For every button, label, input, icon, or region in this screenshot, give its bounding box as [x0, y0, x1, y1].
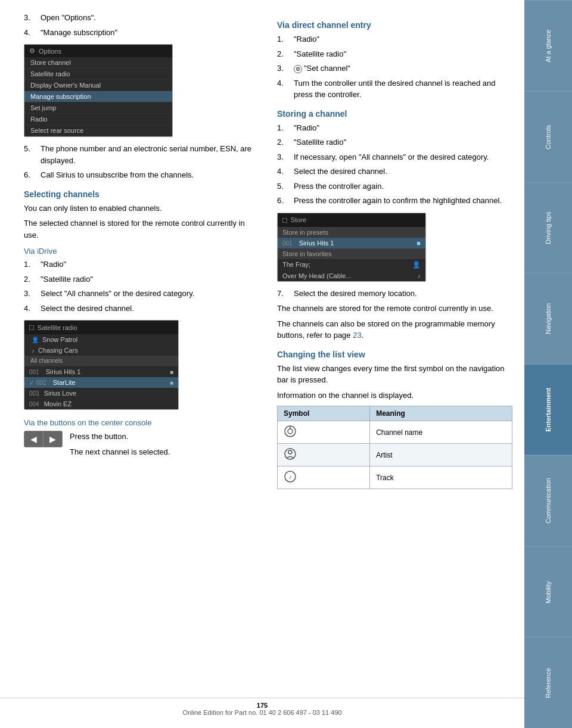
via-buttons-section: ◀ ▶ Press the button. The next channel i… — [24, 431, 259, 461]
meaning-artist: Artist — [370, 444, 512, 466]
satellite-artist-row: 👤 Snow Patrol — [24, 334, 178, 345]
satellite-track-row: ♪ Chasing Cars — [24, 345, 178, 356]
symbol-channel — [278, 421, 370, 444]
storing-channel-steps: 1. "Radio" 2. "Satellite radio" 3. If ne… — [277, 122, 512, 207]
selecting-para1: You can only listen to enabled channels. — [24, 203, 259, 214]
steps-3-4: 3. Open "Options". 4. "Manage subscripti… — [24, 12, 259, 38]
svg-point-1 — [288, 429, 293, 434]
symbol-artist — [278, 444, 370, 466]
idrive-step-1-text: "Radio" — [41, 259, 259, 270]
footer-text: Online Edition for Part no. 01 40 2 606 … — [182, 709, 341, 716]
options-screen: ⚙ Options Store channel Satellite radio … — [24, 44, 173, 137]
meaning-track: Track — [370, 466, 512, 489]
symbol-track: ♪ — [278, 466, 370, 489]
satellite-all-channels: All channels — [24, 356, 178, 366]
sidebar-item-driving-tips[interactable]: Driving tips — [524, 182, 572, 273]
direct-step-2: 2. "Satellite radio" — [277, 48, 512, 60]
store-screen: □ Store Store in presets 001 Sirius Hits… — [277, 213, 426, 282]
direct-step-2-text: "Satellite radio" — [294, 48, 512, 60]
idrive-step-2-num: 2. — [24, 273, 41, 285]
step-6: 6. Call Sirius to unsubscribe from the c… — [24, 169, 259, 181]
artist-icon — [284, 447, 297, 461]
step-4-text: "Manage subscription" — [41, 27, 259, 39]
satellite-ch-002: ✓002 StarLite ■ — [24, 377, 178, 388]
sidebar-item-controls[interactable]: Controls — [524, 91, 572, 182]
changing-list-heading: Changing the list view — [277, 350, 512, 359]
via-direct-heading: Via direct channel entry — [277, 20, 512, 30]
para-memory: The channels can also be stored on the p… — [277, 318, 512, 341]
store-the-fray: The Fray; 👤 — [278, 259, 425, 270]
direct-step-4-text: Turn the controller until the desired ch… — [294, 77, 512, 101]
changing-list-para1: The list view changes every time the fir… — [277, 363, 512, 386]
steps-5-6: 5. The phone number and an electronic se… — [24, 143, 259, 181]
table-row-channel: Channel name — [278, 421, 512, 444]
step-5: 5. The phone number and an electronic se… — [24, 143, 259, 166]
via-idrive-heading: Via iDrive — [24, 247, 259, 256]
table-row-artist: Artist — [278, 444, 512, 466]
store-over-my-head: Over My Head (Cable... ♪ — [278, 270, 425, 281]
selecting-channels-heading: Selecting channels — [24, 189, 259, 199]
step-6-num: 6. — [24, 169, 41, 181]
direct-step-3: 3. ⚙"Set channel" — [277, 63, 512, 74]
satellite-ch-003: 003 Sirius Love — [24, 388, 178, 399]
via-direct-steps: 1. "Radio" 2. "Satellite radio" 3. ⚙"Set… — [277, 33, 512, 101]
direct-step-3-num: 3. — [277, 63, 294, 74]
meaning-channel: Channel name — [370, 421, 512, 444]
sidebar-item-communication[interactable]: Communication — [524, 455, 572, 546]
meaning-col-header: Meaning — [370, 406, 512, 421]
store-step-6: 6. Press the controller again to confirm… — [277, 195, 512, 207]
step-4: 4. "Manage subscription" — [24, 27, 259, 39]
step-5-num: 5. — [24, 143, 41, 166]
direct-step-4: 4. Turn the controller until the desired… — [277, 77, 512, 101]
store-in-favorites-label: Store in favorites — [278, 248, 425, 259]
options-icon: ⚙ — [29, 47, 35, 55]
store-step-1: 1. "Radio" — [277, 122, 512, 134]
step-4-num: 4. — [24, 27, 41, 39]
sidebar-item-navigation[interactable]: Navigation — [524, 273, 572, 364]
symbol-table: Symbol Meaning — [277, 406, 512, 489]
store-step-5: 5. Press the controller again. — [277, 181, 512, 192]
nav-buttons: ◀ ▶ — [24, 431, 63, 447]
idrive-step-4: 4. Select the desired channel. — [24, 303, 259, 315]
sidebar: At a glance Controls Driving tips Naviga… — [524, 0, 572, 728]
sidebar-item-reference[interactable]: Reference — [524, 637, 572, 728]
options-row-satellite: Satellite radio — [24, 69, 172, 80]
via-buttons-heading: Via the buttons on the center console — [24, 418, 259, 427]
satellite-ch-001: 001 Sirius Hits 1 ■ — [24, 366, 178, 377]
idrive-step-3-num: 3. — [24, 288, 41, 300]
sidebar-item-at-a-glance[interactable]: At a glance — [524, 0, 572, 91]
prev-button[interactable]: ◀ — [24, 431, 43, 447]
idrive-step-1: 1. "Radio" — [24, 259, 259, 270]
via-idrive-steps: 1. "Radio" 2. "Satellite radio" 3. Selec… — [24, 259, 259, 314]
page-ref-link[interactable]: 23 — [353, 331, 361, 340]
store-ch-001: 001 Sirius Hits 1 ■ — [278, 238, 425, 248]
channel-name-icon — [284, 425, 297, 438]
store-step-4: 4. Select the desired channel. — [277, 166, 512, 178]
store-icon: □ — [282, 216, 287, 225]
selecting-para2: The selected channel is stored for the r… — [24, 217, 259, 241]
idrive-step-2-text: "Satellite radio" — [41, 273, 259, 285]
via-buttons-text1: Press the button. — [70, 431, 170, 443]
options-row-radio: Radio — [24, 114, 172, 125]
direct-step-1: 1. "Radio" — [277, 33, 512, 45]
store-screen-header: □ Store — [278, 213, 425, 227]
svg-text:♪: ♪ — [289, 474, 292, 480]
step-6-text: Call Sirius to unsubscribe from the chan… — [41, 169, 259, 181]
store-step-3: 3. If necessary, open "All channels" or … — [277, 151, 512, 163]
direct-step-2-num: 2. — [277, 48, 294, 60]
sidebar-item-mobility[interactable]: Mobility — [524, 546, 572, 637]
table-row-track: ♪ Track — [278, 466, 512, 489]
storing-channel-heading: Storing a channel — [277, 109, 512, 119]
direct-step-3-text: ⚙"Set channel" — [294, 63, 512, 74]
changing-list-para2: Information on the channel is displayed. — [277, 390, 512, 402]
track-icon: ♪ — [284, 470, 297, 483]
para-stored: The channels are stored for the remote c… — [277, 303, 512, 315]
page-number: 175 — [257, 702, 268, 709]
satellite-icon: □ — [29, 323, 34, 332]
direct-step-1-num: 1. — [277, 33, 294, 45]
idrive-step-2: 2. "Satellite radio" — [24, 273, 259, 285]
step-5-text: The phone number and an electronic seria… — [41, 143, 259, 166]
next-button[interactable]: ▶ — [43, 431, 62, 447]
sidebar-item-entertainment[interactable]: Entertainment — [524, 364, 572, 455]
step-3: 3. Open "Options". — [24, 12, 259, 24]
